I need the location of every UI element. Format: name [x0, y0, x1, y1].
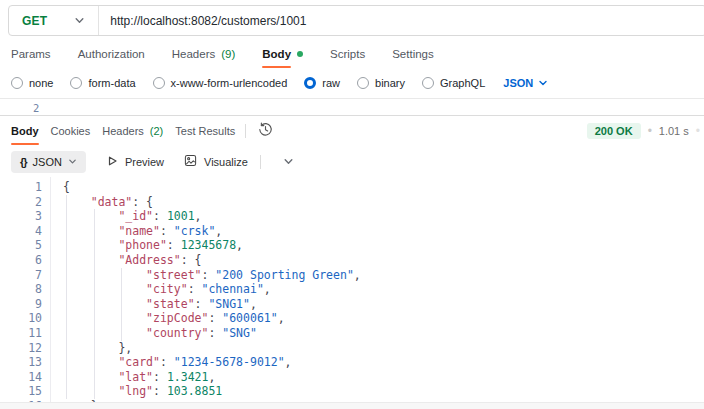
code-line: 2 "data": { — [0, 195, 704, 210]
play-triangle-icon — [106, 155, 118, 169]
line-content: }, — [50, 341, 132, 356]
code-line: 1{ — [0, 180, 704, 195]
response-time: 1.01 s — [659, 125, 689, 137]
line-number: 2 — [0, 195, 50, 210]
response-body-json[interactable]: 1{2 "data": {3 "_id": 1001,4 "name": "cr… — [0, 177, 704, 402]
indent-guide — [121, 268, 122, 341]
line-content: { — [50, 180, 70, 195]
request-tab-settings[interactable]: Settings — [392, 46, 434, 62]
separator — [260, 155, 261, 169]
radio-label: none — [29, 77, 53, 89]
line-number: 10 — [0, 311, 50, 326]
code-line: 13 "card": "1234-5678-9012", — [0, 355, 704, 370]
request-body-editor-clipped: 2 — [0, 99, 704, 115]
tab-label: Body — [262, 46, 291, 62]
json-braces-icon: {} — [20, 156, 27, 168]
request-tab-params[interactable]: Params — [11, 46, 51, 62]
body-type-selector: noneform-datax-www-form-urlencodedrawbin… — [0, 68, 704, 98]
line-content: "country": "SNG" — [50, 326, 257, 341]
response-history-button[interactable] — [256, 120, 275, 142]
api-client-window: GET http://localhost:8082/customers/1001… — [0, 0, 704, 409]
line-number: 8 — [0, 282, 50, 297]
request-tab-scripts[interactable]: Scripts — [330, 46, 365, 62]
tab-label: Authorization — [78, 46, 145, 62]
code-line: 15 "lng": 103.8851 — [0, 384, 704, 399]
tab-label: Scripts — [330, 46, 365, 62]
request-tabs: ParamsAuthorizationHeaders(9)BodyScripts… — [0, 40, 704, 68]
request-tab-body[interactable]: Body — [262, 46, 303, 62]
visualize-options-chevron[interactable] — [283, 156, 294, 167]
visualize-button[interactable]: Visualize — [184, 154, 248, 169]
url-bar: GET http://localhost:8082/customers/1001 — [8, 5, 704, 36]
tab-label: Test Results — [175, 123, 235, 139]
line-number: 11 — [0, 326, 50, 341]
method-selector[interactable]: GET — [9, 6, 98, 35]
line-content: "phone": 12345678, — [50, 238, 243, 253]
code-line: 3 "_id": 1001, — [0, 209, 704, 224]
status-badge: 200 OK — [587, 123, 641, 139]
url-input[interactable]: http://localhost:8082/customers/1001 — [99, 14, 306, 28]
preview-label: Preview — [125, 156, 164, 168]
tab-label: Params — [11, 46, 51, 62]
tab-count: (2) — [150, 125, 163, 137]
code-line: 5 "phone": 12345678, — [0, 238, 704, 253]
response-tab-headers[interactable]: Headers(2) — [102, 123, 163, 139]
tab-label: Cookies — [51, 123, 91, 139]
code-line: 8 "city": "chennai", — [0, 282, 704, 297]
body-type-binary[interactable]: binary — [357, 77, 405, 89]
response-tab-body[interactable]: Body — [11, 123, 39, 139]
response-tabs-row: BodyCookiesHeaders(2)Test Results 200 OK… — [0, 116, 704, 146]
line-content: "lat": 1.3421, — [50, 370, 215, 385]
radio-label: x-www-form-urlencoded — [171, 77, 288, 89]
radio-label: form-data — [88, 77, 135, 89]
response-panel: BodyCookiesHeaders(2)Test Results 200 OK… — [0, 115, 704, 409]
body-type-graphql[interactable]: GraphQL — [422, 77, 485, 89]
chevron-down-icon — [74, 15, 85, 26]
radio-label: binary — [375, 77, 405, 89]
code-line: 16 } — [0, 399, 704, 402]
gutter-border — [50, 177, 51, 402]
radio-icon — [153, 77, 165, 89]
raw-language-selector[interactable]: JSON — [503, 77, 548, 89]
line-content: "_id": 1001, — [50, 209, 202, 224]
line-content: "state": "SNG1", — [50, 297, 257, 312]
request-url-row: GET http://localhost:8082/customers/1001 — [0, 0, 704, 40]
request-tab-authorization[interactable]: Authorization — [78, 46, 145, 62]
history-clock-icon — [258, 122, 273, 140]
body-type-raw[interactable]: raw — [304, 77, 340, 89]
body-type-form-data[interactable]: form-data — [70, 77, 135, 89]
line-number: 12 — [0, 341, 50, 356]
request-tab-headers[interactable]: Headers(9) — [172, 46, 236, 62]
image-icon — [184, 154, 197, 169]
line-number: 5 — [0, 238, 50, 253]
tab-count: (9) — [221, 48, 235, 60]
code-line: 9 "state": "SNG1", — [0, 297, 704, 312]
response-status-area: 200 OK • 1.01 s • — [587, 123, 693, 139]
body-type-x-www-form-urlencoded[interactable]: x-www-form-urlencoded — [153, 77, 288, 89]
raw-language-label: JSON — [503, 77, 533, 89]
code-line: 6 "Address": { — [0, 253, 704, 268]
radio-label: raw — [322, 77, 340, 89]
line-number: 4 — [0, 224, 50, 239]
response-tabs: BodyCookiesHeaders(2)Test Results — [11, 123, 235, 139]
line-content: "name": "crsk", — [50, 224, 222, 239]
bottom-scrollbar[interactable] — [0, 402, 704, 409]
response-tab-cookies[interactable]: Cookies — [51, 123, 91, 139]
body-type-none[interactable]: none — [11, 77, 53, 89]
line-content: "street": "200 Sporting Green", — [50, 268, 361, 283]
indent-guide — [94, 209, 95, 399]
format-label: JSON — [33, 156, 62, 168]
preview-button[interactable]: Preview — [106, 155, 164, 169]
line-number: 6 — [0, 253, 50, 268]
radio-icon — [70, 77, 82, 89]
line-content: "Address": { — [50, 253, 201, 268]
line-number: 14 — [0, 370, 50, 385]
chevron-down-icon — [68, 157, 77, 166]
response-format-dropdown[interactable]: {} JSON — [11, 151, 86, 173]
visualize-label: Visualize — [204, 156, 248, 168]
line-number: 16 — [0, 399, 50, 402]
response-tab-test-results[interactable]: Test Results — [175, 123, 235, 139]
tab-label: Body — [11, 123, 39, 139]
indent-guide — [66, 195, 67, 399]
dot-separator: • — [696, 124, 700, 138]
